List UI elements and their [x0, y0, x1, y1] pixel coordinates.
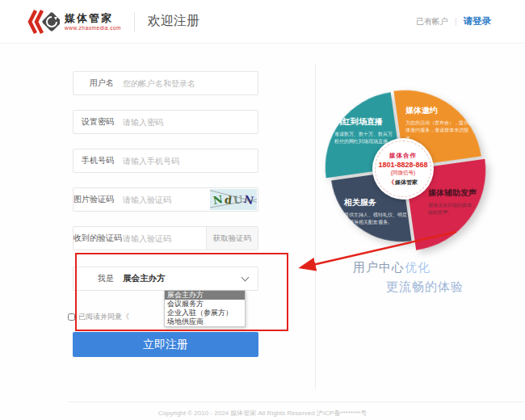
header: 媒体管家 www.zhaomedia.com 欢迎注册 已有帐户 | 请登录 [0, 0, 525, 44]
username-label: 用户名 [74, 78, 114, 89]
chevron-down-icon [242, 274, 250, 282]
services-wheel-diagram: 网红到场直播 邀请数万、数十万、数百万粉丝的网红到场现场直播。 媒体邀约 为您的… [320, 86, 486, 252]
role-selected-value: 展会主办方 [123, 273, 166, 284]
center-brand: 《 媒体管家 [388, 178, 418, 187]
footer-copyright: Copyright © 2010 - 2024 媒体管家 All Rights … [0, 409, 525, 418]
phone-field[interactable]: 手机号码 [73, 149, 258, 173]
username-input[interactable] [123, 79, 258, 88]
sms-code-field[interactable]: 收到的验证码 获取验证码 [73, 226, 258, 250]
header-divider [134, 12, 135, 32]
mini-brand-icon: 《 [388, 178, 394, 187]
dropdown-option-exhibition-organizer[interactable]: 展会主办方 [165, 291, 245, 300]
image-captcha-input[interactable] [123, 195, 210, 204]
registration-page: 媒体管家 www.zhaomedia.com 欢迎注册 已有帐户 | 请登录 用… [0, 0, 525, 420]
page-title: 欢迎注册 [148, 13, 200, 30]
promo-line-1: 用户中心优化 [353, 260, 430, 275]
promo-line-2: 更流畅的体验 [386, 279, 464, 295]
center-title: 媒体合作 [389, 152, 417, 160]
phone-label: 手机号码 [74, 155, 114, 166]
brand-name: 媒体管家 [65, 13, 121, 24]
dropdown-option-conference-service[interactable]: 会议服务方 [165, 300, 245, 309]
center-phone: 1801-8828-868 [378, 161, 427, 169]
have-account-label: 已有帐户 [416, 16, 448, 27]
brand-icon [27, 7, 60, 36]
username-field[interactable]: 用户名 [73, 71, 258, 95]
brand-url: www.zhaomedia.com [65, 25, 121, 31]
agree-row: 已阅读并同意《 [68, 312, 129, 322]
captcha-char: U [233, 193, 243, 206]
sms-code-label: 收到的验证码 [74, 233, 114, 244]
password-input[interactable] [123, 118, 258, 127]
dropdown-option-venue-supplier[interactable]: 场地供应商 [165, 317, 245, 326]
brand-text: 媒体管家 www.zhaomedia.com [65, 13, 121, 31]
header-right: 已有帐户 | 请登录 [416, 15, 491, 27]
center-note: (同微信号) [391, 170, 415, 177]
agree-label: 已阅读并同意《 [78, 312, 129, 322]
image-captcha-field[interactable]: 图片验证码 N d U N [73, 187, 258, 212]
password-field[interactable]: 设置密码 [73, 110, 258, 134]
footer-divider [69, 401, 523, 402]
role-label: 我是 [74, 273, 114, 284]
phone-input[interactable] [123, 157, 258, 166]
agree-checkbox[interactable] [68, 313, 75, 321]
role-dropdown: 展会主办方 会议服务方 企业入驻（参展方） 场地供应商 [164, 290, 246, 327]
register-button[interactable]: 立即注册 [73, 332, 258, 357]
dropdown-option-enterprise[interactable]: 企业入驻（参展方） [165, 309, 245, 317]
role-select[interactable]: 我是 展会主办方 [73, 267, 258, 291]
captcha-image[interactable]: N d U N [210, 189, 257, 210]
header-separator: | [455, 17, 457, 26]
sms-code-input[interactable] [123, 234, 206, 243]
password-label: 设置密码 [74, 116, 114, 128]
login-link[interactable]: 请登录 [464, 15, 492, 27]
brand-logo[interactable]: 媒体管家 www.zhaomedia.com [27, 7, 121, 36]
get-code-button[interactable]: 获取验证码 [206, 227, 258, 250]
image-captcha-label: 图片验证码 [74, 194, 114, 205]
diagram-center: 媒体合作 1801-8828-868 (同微信号) 《 媒体管家 [372, 138, 434, 200]
